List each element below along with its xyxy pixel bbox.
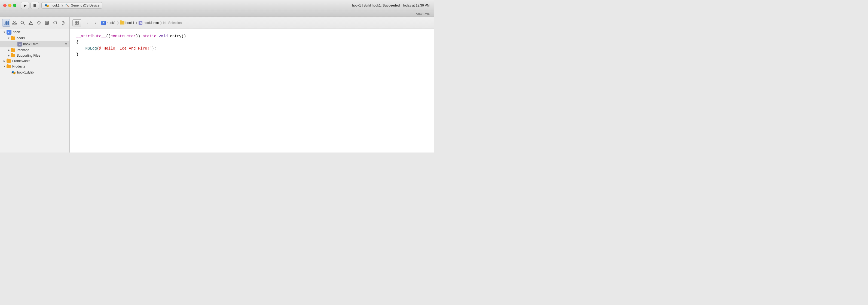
toolbar-controls: ▶ — [21, 2, 39, 9]
warning-icon — [29, 21, 33, 25]
build-result: Succeeded — [382, 4, 400, 7]
scheme-chevron: ❯ — [61, 4, 63, 7]
nav-back-button[interactable]: ‹ — [84, 20, 91, 26]
code-line-3: NSLog(@"Hello, Ice And Fire!"); — [76, 45, 428, 52]
code-void: void — [159, 34, 168, 38]
build-status: hook1 | Build hook1: Succeeded | Today a… — [352, 4, 430, 7]
disclosure-arrow-package: ▶ — [6, 49, 11, 52]
build-status-text: hook1 | Build hook1: — [352, 4, 382, 7]
build-time: | Today at 12:36 PM — [400, 4, 430, 7]
nav-breakpoints-button[interactable] — [51, 19, 59, 27]
nav-folder-products[interactable]: ▼ Products — [0, 64, 69, 69]
code-editor[interactable]: __attribute__((constructor)) static void… — [70, 29, 434, 152]
device-icon: 🔨 — [65, 4, 69, 7]
nav-project-hook1[interactable]: ▼ A hook1 — [0, 29, 69, 35]
code-line-4: } — [76, 52, 428, 57]
current-filename: hook1.mm — [416, 12, 430, 16]
close-button[interactable] — [3, 4, 6, 7]
nav-files-button[interactable] — [2, 19, 10, 27]
code-nslog: NSLog — [86, 46, 97, 51]
breadcrumb-folder[interactable]: hook1 — [120, 21, 134, 25]
nav-back-icon: ‹ — [87, 21, 89, 25]
svg-rect-1 — [6, 21, 8, 25]
project-badge-icon: A — [102, 21, 105, 25]
navigator-panel: ▼ A hook1 ▼ hook1 ▶ m hook1.mm M ▶ — [0, 29, 70, 152]
hook1mm-badge: M — [65, 42, 67, 46]
folder-icon-supporting — [11, 54, 15, 57]
nav-folder-hook1-label: hook1 — [17, 36, 26, 40]
diamond-icon — [37, 21, 41, 25]
dylib-icon: 🎭 — [11, 70, 16, 75]
folder-icon-frameworks — [6, 59, 11, 63]
run-button[interactable]: ▶ — [21, 2, 29, 9]
mm-icon: m — [138, 21, 143, 25]
nav-debug-button[interactable] — [43, 19, 51, 27]
folder-icon-package — [11, 49, 15, 52]
nav-folder-package[interactable]: ▶ Package — [0, 48, 69, 53]
grid-icon — [75, 21, 79, 25]
svg-rect-9 — [12, 23, 13, 24]
code-attribute: __attribute__ — [76, 34, 106, 38]
disclosure-arrow-hook1-folder: ▼ — [6, 37, 11, 39]
code-string: @"Hello, Ice And Fire!" — [99, 46, 152, 51]
stop-button[interactable] — [30, 2, 39, 9]
maximize-button[interactable] — [13, 4, 16, 7]
nav-tests-button[interactable] — [35, 19, 43, 27]
device-label: Generic iOS Device — [71, 4, 99, 7]
svg-text:A: A — [8, 31, 9, 33]
nav-folder-frameworks[interactable]: ▶ Frameworks — [0, 58, 69, 64]
svg-point-21 — [30, 24, 31, 24]
breakpoints-icon — [53, 21, 57, 25]
minimize-button[interactable] — [8, 4, 11, 7]
nav-package-label: Package — [17, 48, 29, 52]
breadcrumb-selection: No Selection — [163, 21, 182, 25]
traffic-lights — [3, 4, 16, 7]
breadcrumb-file[interactable]: m hook1.mm — [138, 21, 159, 25]
svg-text:A: A — [103, 22, 104, 24]
scheme-selector[interactable]: 🎭 hook1 ❯ 🔨 Generic iOS Device — [41, 2, 102, 9]
svg-rect-0 — [4, 21, 6, 25]
nav-file-hook1mm-label: hook1.mm — [23, 42, 38, 46]
folder-icon-products — [6, 65, 11, 68]
debug-icon — [45, 21, 49, 25]
nav-folder-hook1[interactable]: ▼ hook1 — [0, 35, 69, 41]
editor-panel: __attribute__((constructor)) static void… — [70, 29, 434, 152]
nav-file-dylib[interactable]: ▶ 🎭 hook1.dylib — [0, 69, 69, 76]
disclosure-arrow-project: ▼ — [2, 31, 6, 33]
nav-forward-button[interactable]: › — [92, 20, 99, 26]
svg-rect-32 — [77, 23, 79, 25]
svg-rect-22 — [45, 21, 49, 25]
project-icon: A — [6, 30, 11, 35]
filename-bar: hook1.mm — [0, 11, 434, 17]
nav-project-label: hook1 — [13, 30, 22, 34]
folder-icon-1 — [120, 21, 124, 25]
svg-rect-31 — [75, 23, 76, 25]
project-svg-icon: A — [7, 30, 11, 34]
hierarchy-icon — [12, 21, 17, 25]
nav-issues-button[interactable] — [27, 19, 35, 27]
nav-file-hook1mm[interactable]: ▶ m hook1.mm M — [0, 41, 69, 48]
folder-icon-hook1 — [11, 36, 15, 40]
svg-rect-11 — [15, 23, 17, 24]
nav-frameworks-label: Frameworks — [12, 59, 30, 63]
mm-file-icon: m — [18, 42, 22, 47]
nav-folder-supporting[interactable]: ▶ Supporting Files — [0, 53, 69, 58]
breadcrumb-sep-2: ❯ — [135, 21, 137, 24]
nav-products-label: Products — [12, 65, 25, 68]
breadcrumb: A hook1 ❯ hook1 ❯ m hook1.mm ❯ No Select… — [101, 21, 182, 25]
svg-line-18 — [23, 24, 24, 25]
navigator-toolbar — [0, 17, 70, 29]
reports-icon — [61, 21, 65, 25]
scheme-icon: 🎭 — [44, 3, 49, 8]
files-icon — [4, 21, 9, 25]
titlebar: ▶ 🎭 hook1 ❯ 🔨 Generic iOS Device hook1 |… — [0, 0, 434, 11]
nav-arrows: ‹ › — [84, 20, 99, 26]
nav-forward-icon: › — [95, 21, 96, 25]
breadcrumb-project[interactable]: A hook1 — [101, 21, 116, 25]
nav-search-button[interactable] — [19, 19, 27, 27]
editor-standard-mode[interactable] — [72, 19, 81, 26]
code-line-1: __attribute__((constructor)) static void… — [76, 33, 428, 39]
search-icon — [21, 21, 25, 25]
nav-hierarchy-button[interactable] — [10, 19, 19, 27]
nav-reports-button[interactable] — [59, 19, 67, 27]
